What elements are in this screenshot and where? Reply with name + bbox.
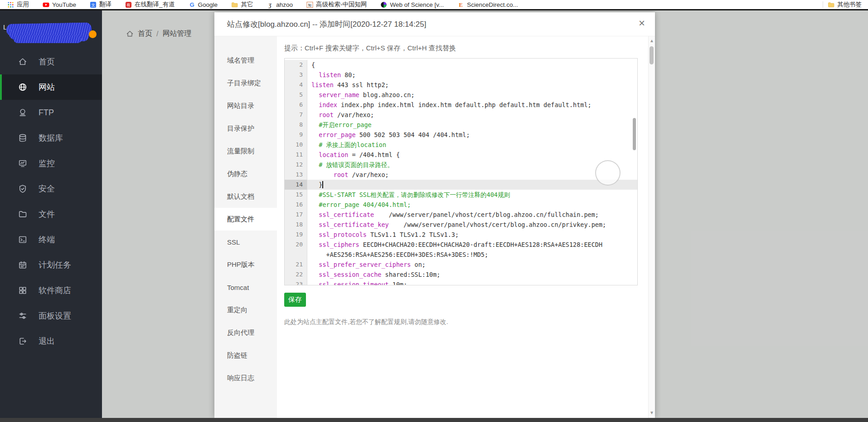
sidebar-item-安全[interactable]: 安全 [0,176,102,201]
bookmark-3[interactable]: 文翻译 [90,0,112,9]
modal-menu-item-配置文件[interactable]: 配置文件 [214,208,277,231]
code-line[interactable]: +AES256:RSA+AES256:EECDH+3DES:RSA+3DES:!… [285,250,637,260]
code-line[interactable]: 3 listen 80; [285,70,637,80]
code-line[interactable]: 12 # 放错误页面的目录路径。 [285,160,637,170]
bookmark-4[interactable]: 有在线翻译_有道 [125,0,175,9]
modal-menu-item-PHP版本[interactable]: PHP版本 [214,253,277,276]
bookmark-5[interactable]: GGoogle [189,1,218,8]
bookmark-2[interactable]: YouTube [43,1,76,8]
sidebar-item-文件[interactable]: 文件 [0,201,102,227]
modal-menu-item-网站目录[interactable]: 网站目录 [214,94,277,117]
editor-scrollbar-thumb[interactable] [633,118,636,150]
code-line[interactable]: 5 server_name blog.ahzoo.cn; [285,90,637,100]
modal-menu-item-反向代理[interactable]: 反向代理 [214,321,277,344]
code-text [311,271,319,278]
other-bookmarks[interactable]: 其他书签 [828,0,862,9]
modal-scrollbar-thumb[interactable] [650,46,654,64]
scroll-down-icon[interactable]: ▼ [649,410,655,415]
sidebar-item-监控[interactable]: 监控 [0,151,102,176]
sidebar-item-label: 安全 [39,183,55,194]
code-line[interactable]: 22 ssl_session_cache shared:SSL:10m; [285,270,637,280]
sidebar-item-计划任务[interactable]: 计划任务 [0,252,102,278]
modal-menu-item-防盗链[interactable]: 防盗链 [214,344,277,367]
bookmark-8[interactable]: 知高级检索-中国知网 [306,0,367,9]
code-line[interactable]: 13 root /var/hexo; [285,170,637,180]
bookmark-10[interactable]: EScienceDirect.co... [457,1,518,8]
modal-menu-item-默认文档[interactable]: 默认文档 [214,185,277,208]
code-line[interactable]: 15 #SSL-START SSL相关配置，请勿删除或修改下一行带注释的404规… [285,190,637,200]
scroll-up-icon[interactable]: ▲ [649,38,655,43]
modal-menu-item-域名管理[interactable]: 域名管理 [214,49,277,72]
line-number: 22 [285,270,307,280]
modal-menu-item-流量限制[interactable]: 流量限制 [214,140,277,162]
modal-menu-item-目录保护[interactable]: 目录保护 [214,117,277,140]
modal-menu-item-子目录绑定[interactable]: 子目录绑定 [214,72,277,94]
bookmark-6[interactable]: 其它 [231,0,253,9]
line-number: 23 [285,280,307,285]
sidebar-item-软件商店[interactable]: 软件商店 [0,278,102,303]
folder-outline-icon [18,210,27,219]
code-line[interactable]: 18 ssl_certificate_key /www/server/panel… [285,220,637,230]
code-keyword: listen [319,71,341,79]
home-icon [18,57,27,66]
code-text [311,281,319,285]
code-line[interactable]: 7 root /var/hexo; [285,110,637,120]
code-line[interactable]: 19 ssl_protocols TLSv1.1 TLSv1.2 TLSv1.3… [285,230,637,240]
sidebar-item-首页[interactable]: 首页 [0,49,102,74]
code-line[interactable]: 2{ [285,60,637,70]
screen: 应用YouTube文翻译有在线翻译_有道GGoogle其它ʒahzoo知高级检索… [0,0,868,422]
line-content: ssl_prefer_server_ciphers on; [307,260,426,270]
sidebar-item-数据库[interactable]: 数据库 [0,125,102,151]
code-text: index.php index.html index.htm default.p… [337,101,592,108]
code-keyword: ssl_session_timeout [319,281,388,285]
apps-grid-icon [7,1,14,8]
modal-menu-item-重定向[interactable]: 重定向 [214,299,277,321]
modal-menu-item-SSL[interactable]: SSL [214,231,277,253]
bookmark-label: ScienceDirect.co... [467,1,518,8]
code-line[interactable]: 6 index index.php index.html index.htm d… [285,100,637,110]
config-code-editor[interactable]: 2{3 listen 80;4listen 443 ssl http2;5 se… [284,58,638,285]
code-line[interactable]: 10 # 承接上面的location [285,140,637,150]
panel-logo[interactable]: L [0,10,102,46]
folder-icon [828,1,834,8]
modal-scrollbar[interactable]: ▲ ▼ [648,36,655,418]
sidebar-item-网站[interactable]: 网站 [0,74,102,100]
code-line[interactable]: 8 #开启error_page [285,120,637,130]
calendar-icon [18,260,27,270]
line-number: 12 [285,160,307,170]
line-number: 17 [285,210,307,220]
bookmark-7[interactable]: ʒahzoo [267,1,293,8]
youtube-icon [43,1,49,8]
code-line[interactable]: 11 location = /404.html { [285,150,637,160]
close-icon[interactable]: × [639,18,645,29]
line-number: 4 [285,80,307,90]
modal-menu-item-伪静态[interactable]: 伪静态 [214,162,277,185]
modal-menu-item-响应日志[interactable]: 响应日志 [214,367,277,389]
code-line[interactable]: 17 ssl_certificate /www/server/panel/vho… [285,210,637,220]
cursor-highlight-circle [595,160,621,186]
code-line[interactable]: 23 ssl_session_timeout 10m; [285,280,637,285]
code-line[interactable]: 14 } [285,180,637,190]
bookmark-9[interactable]: Web of Science [v... [380,1,444,8]
sidebar-item-终端[interactable]: 终端 [0,227,102,252]
code-text: } [311,181,322,188]
google-icon: G [189,1,195,8]
sidebar-item-label: 首页 [39,56,55,67]
modal-menu: 域名管理子目录绑定网站目录目录保护流量限制伪静态默认文档配置文件SSLPHP版本… [214,36,277,418]
save-button[interactable]: 保存 [284,293,306,307]
modal-menu-item-Tomcat[interactable]: Tomcat [214,276,277,299]
code-line[interactable]: 20 ssl_ciphers EECDH+CHACHA20:EECDH+CHAC… [285,240,637,250]
sidebar-item-FTP[interactable]: FTP [0,100,102,125]
folder-icon [231,1,238,8]
code-line[interactable]: 21 ssl_prefer_server_ciphers on; [285,260,637,270]
bookmark-1[interactable]: 应用 [7,0,29,9]
code-keyword: server_name [319,91,359,98]
sidebar-item-退出[interactable]: 退出 [0,329,102,354]
line-content: ssl_session_timeout 10m; [307,280,407,285]
code-line[interactable]: 4listen 443 ssl http2; [285,80,637,90]
code-line[interactable]: 16 #error_page 404/404.html; [285,200,637,210]
modal-title: 站点修改[blog.ahzoo.cn] -- 添加时间[2020-12-27 1… [227,19,426,29]
code-line[interactable]: 9 error_page 500 502 503 504 404 /404.ht… [285,130,637,140]
line-content: ssl_certificate_key /www/server/panel/vh… [307,220,606,230]
sidebar-item-面板设置[interactable]: 面板设置 [0,303,102,329]
